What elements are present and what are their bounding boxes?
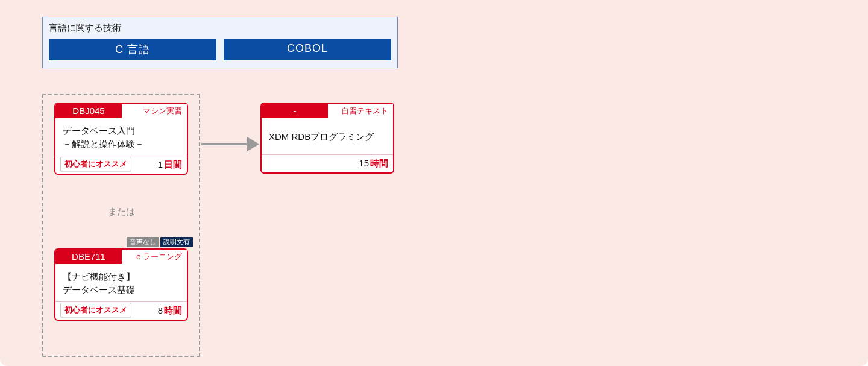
category-box: 言語に関する技術 C 言語 COBOL xyxy=(42,17,398,68)
course-code: - xyxy=(262,104,328,118)
card-footer: 15時間 xyxy=(262,154,393,172)
duration-number: 8 xyxy=(158,305,163,315)
recommend-badge: 初心者にオススメ xyxy=(60,157,131,171)
card-header: - 自習テキスト xyxy=(262,104,393,118)
course-code: DBJ045 xyxy=(55,104,122,118)
course-code: DBE711 xyxy=(55,250,122,264)
duration-unit: 日間 xyxy=(164,159,182,169)
course-card-dbe711[interactable]: DBE711 e ラーニング 【ナビ機能付き】 データベース基礎 初心者にオスス… xyxy=(54,248,188,321)
course-title: データベース入門 －解説と操作体験－ xyxy=(55,118,187,156)
course-title-line1: データベース入門 xyxy=(63,125,135,136)
course-title: 【ナビ機能付き】 データベース基礎 xyxy=(55,264,187,301)
category-button-row: C 言語 COBOL xyxy=(49,39,391,60)
category-button-c[interactable]: C 言語 xyxy=(49,39,216,60)
course-duration: 8時間 xyxy=(158,305,182,317)
course-title-line2: データベース基礎 xyxy=(63,285,135,295)
course-type: 自習テキスト xyxy=(328,104,393,118)
flow-arrow xyxy=(201,137,262,151)
course-card-dbj045[interactable]: DBJ045 マシン実習 データベース入門 －解説と操作体験－ 初心者にオススメ… xyxy=(54,103,188,175)
card-header: DBE711 e ラーニング xyxy=(55,250,187,264)
duration-unit: 時間 xyxy=(370,158,388,168)
category-title: 言語に関する技術 xyxy=(49,22,391,34)
duration-number: 1 xyxy=(158,159,163,169)
arrow-head-icon xyxy=(247,137,259,151)
badge-row: 音声なし 説明文有 xyxy=(127,237,193,247)
duration-number: 15 xyxy=(359,158,369,168)
card-footer: 初心者にオススメ 8時間 xyxy=(55,301,187,320)
recommend-badge: 初心者にオススメ xyxy=(60,303,131,317)
arrow-shaft xyxy=(201,143,250,145)
course-card-xdm[interactable]: - 自習テキスト XDM RDBプログラミング 15時間 xyxy=(260,103,394,174)
badge-has-text: 説明文有 xyxy=(160,237,193,247)
card-header: DBJ045 マシン実習 xyxy=(55,104,187,118)
duration-unit: 時間 xyxy=(164,305,182,315)
group-or-label: または xyxy=(43,206,199,218)
badge-no-audio: 音声なし xyxy=(127,237,159,247)
diagram-canvas: 言語に関する技術 C 言語 COBOL または DBJ045 マシン実習 データ… xyxy=(0,0,868,366)
course-duration: 1日間 xyxy=(158,159,182,171)
course-title-line1: 【ナビ機能付き】 xyxy=(63,271,135,282)
course-duration: 15時間 xyxy=(359,158,388,169)
course-title: XDM RDBプログラミング xyxy=(262,118,393,154)
card-footer: 初心者にオススメ 1日間 xyxy=(55,156,187,174)
course-type: マシン実習 xyxy=(122,104,187,118)
category-button-cobol[interactable]: COBOL xyxy=(224,39,391,60)
course-title-line2: －解説と操作体験－ xyxy=(63,139,144,149)
course-type: e ラーニング xyxy=(122,250,187,264)
course-title-line1: XDM RDBプログラミング xyxy=(269,131,374,142)
